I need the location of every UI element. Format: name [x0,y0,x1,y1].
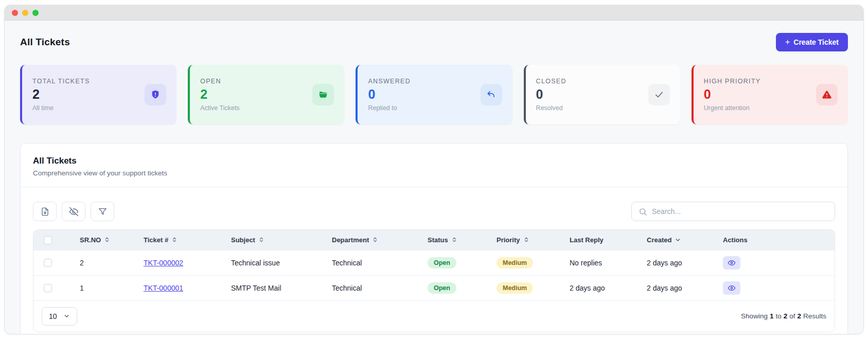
stats-row: TOTAL TICKETS 2 All time OPEN 2 Active T… [20,65,848,124]
eye-icon [728,259,736,267]
page-title: All Tickets [20,37,70,48]
minimize-window-button[interactable] [22,10,28,16]
view-ticket-button[interactable] [723,256,740,270]
page-content: All Tickets + Create Ticket TOTAL TICKET… [5,21,863,334]
column-header-status[interactable]: Status [421,230,490,250]
page-size-value: 10 [49,312,57,320]
search-icon [639,207,647,216]
create-ticket-label: Create Ticket [793,38,839,46]
stat-caption: Resolved [536,104,566,112]
row-checkbox[interactable] [44,259,52,267]
cell-created: 2 days ago [641,275,717,300]
stat-card-open: OPEN 2 Active Tickets [188,65,344,124]
table-toolbar [33,202,835,221]
stat-caption: All time [32,104,90,112]
page-size-select[interactable]: 10 [42,307,77,326]
tickets-table-container: SR.NO Ticket # Subject [33,229,835,332]
status-badge: Open [428,257,456,269]
column-header-ticket[interactable]: Ticket # [137,230,225,250]
file-download-icon [40,207,50,217]
view-ticket-button[interactable] [723,281,740,295]
cell-department: Technical [326,275,421,300]
filter-button[interactable] [91,202,114,221]
cell-last-reply: No replies [563,250,641,275]
column-header-priority[interactable]: Priority [490,230,563,250]
results-summary: Showing 1 to 2 of 2 Results [741,312,826,320]
page-header: All Tickets + Create Ticket [20,21,848,51]
stat-value: 2 [32,87,90,102]
table-footer: 10 Showing 1 to 2 of 2 Results [33,300,835,332]
panel-header: All Tickets Comprehensive view of your s… [21,144,847,187]
ticket-link[interactable]: TKT-000002 [144,259,183,267]
column-header-subject[interactable]: Subject [225,230,326,250]
select-all-checkbox[interactable] [44,236,52,244]
sort-icon [258,237,264,243]
stat-card-high-priority: HIGH PRIORITY 0 Urgent attention [692,65,848,124]
stat-card-total-tickets: TOTAL TICKETS 2 All time [20,65,176,124]
priority-badge: Medium [497,282,533,294]
column-header-actions: Actions [717,230,835,250]
table-row: 1 TKT-000001 SMTP Test Mail Technical Op… [33,275,835,300]
stat-label: OPEN [200,78,239,85]
table-header-row: SR.NO Ticket # Subject [33,230,835,250]
tickets-panel: All Tickets Comprehensive view of your s… [20,143,848,334]
column-header-last-reply: Last Reply [563,230,641,250]
sort-icon [523,237,529,243]
shield-alert-icon [145,84,166,105]
check-icon [648,84,670,105]
column-header-srno[interactable]: SR.NO [72,230,137,250]
sort-icon [171,237,178,243]
cell-srno: 1 [72,275,137,300]
eye-icon [728,284,736,292]
folder-open-icon [312,84,334,105]
stat-card-closed: CLOSED 0 Resolved [524,65,680,124]
eye-off-icon [69,207,79,217]
column-header-created[interactable]: Created [641,230,717,250]
stat-label: HIGH PRIORITY [704,78,761,85]
filter-icon [98,207,108,217]
stat-caption: Urgent attention [704,104,761,112]
export-button[interactable] [33,202,57,221]
sort-icon [451,237,457,243]
chevron-down-icon [63,313,70,319]
stat-value: 0 [704,87,761,102]
cell-last-reply: 2 days ago [563,275,641,300]
chevron-down-icon [675,237,681,243]
cell-srno: 2 [72,250,137,275]
reply-icon [481,84,502,105]
stat-value: 0 [368,87,411,102]
priority-badge: Medium [497,257,533,269]
row-checkbox[interactable] [44,284,52,292]
search-box [631,202,835,221]
cell-created: 2 days ago [641,250,717,275]
table-row: 2 TKT-000002 Technical issue Technical O… [33,250,835,275]
ticket-link[interactable]: TKT-000001 [144,284,183,292]
sort-icon [104,237,110,243]
zoom-window-button[interactable] [32,10,39,16]
stat-caption: Replied to [368,104,411,112]
stat-value: 2 [200,87,239,102]
column-header-department[interactable]: Department [326,230,421,250]
stat-label: CLOSED [536,78,566,85]
cell-department: Technical [326,250,421,275]
toolbar-button-group [33,202,114,221]
tickets-table: SR.NO Ticket # Subject [33,230,835,300]
panel-subtitle: Comprehensive view of your support ticke… [33,169,835,177]
search-input[interactable] [652,207,828,216]
cell-subject: SMTP Test Mail [225,275,326,300]
panel-body: SR.NO Ticket # Subject [21,187,847,334]
plus-icon: + [785,38,790,46]
create-ticket-button[interactable]: + Create Ticket [776,33,848,51]
app-window: All Tickets + Create Ticket TOTAL TICKET… [4,5,864,334]
close-window-button[interactable] [12,10,18,16]
alert-triangle-icon [816,84,838,105]
panel-title: All Tickets [33,156,835,166]
cell-subject: Technical issue [225,250,326,275]
stat-card-answered: ANSWERED 0 Replied to [356,65,512,124]
stat-caption: Active Tickets [200,104,239,112]
stat-label: ANSWERED [368,78,411,85]
toggle-columns-button[interactable] [62,202,85,221]
status-badge: Open [428,282,456,294]
sort-icon [372,237,378,243]
stat-value: 0 [536,87,566,102]
